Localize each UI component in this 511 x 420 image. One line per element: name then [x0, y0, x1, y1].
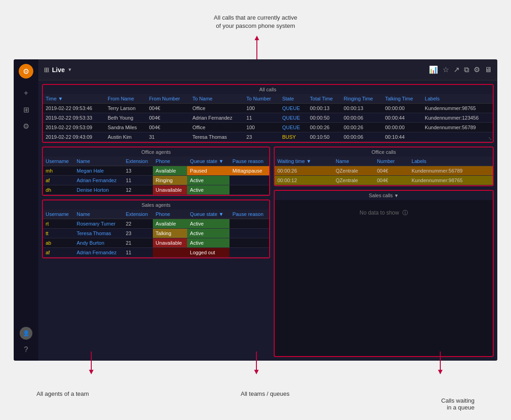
cell-username: tt: [43, 229, 74, 238]
bar-chart-icon[interactable]: 📊: [429, 65, 438, 74]
list-item: mh Megan Hale 13 Available Paused Mittag…: [43, 166, 269, 176]
list-item: rt Rosemary Turner 22 Available Active: [43, 219, 269, 229]
cell-state: QUEUE: [279, 123, 307, 132]
cell-labels: Kundennummer:98765: [422, 104, 493, 113]
col-from-number: From Number: [146, 94, 190, 104]
header-icons: 📊 ☆ ↗ ⧉ ⚙ 🖥: [429, 65, 492, 74]
resize-handle[interactable]: ⤡: [488, 136, 492, 141]
dashboard: All calls Time ▼ From Name From Number T…: [38, 80, 497, 361]
table-row: 2019-02-22 09:53:09 Sandra Miles 004€ Of…: [43, 123, 493, 132]
cell-name: Adrian Fernandez: [74, 176, 123, 185]
cell-ringing-time: 00:00:06: [341, 132, 382, 142]
bottom-left-col: Office agents Username Name Extension Ph…: [42, 147, 270, 357]
sidebar-help-icon[interactable]: ?: [20, 343, 32, 356]
arrow-agents: [89, 352, 94, 374]
office-agents-body: mh Megan Hale 13 Available Paused Mittag…: [43, 166, 269, 195]
cell-name: Andy Burton: [74, 238, 123, 248]
oc-col-name: Name: [333, 157, 374, 166]
cell-pause-reason: [229, 176, 269, 185]
col-talking-time: Talking Time: [382, 94, 422, 104]
cell-talking-time: 00:00:44: [382, 113, 422, 123]
user-avatar[interactable]: 👤: [20, 327, 32, 340]
all-calls-header-row: Time ▼ From Name From Number To Name To …: [43, 94, 493, 104]
sales-agents-header: Username Name Extension Phone Queue stat…: [43, 210, 269, 219]
cell-total-time: 00:00:26: [307, 123, 341, 132]
list-item: af Adrian Fernandez 11 Ringing Active: [43, 176, 269, 185]
cell-pause-reason: [229, 185, 269, 195]
cell-name: Megan Hale: [74, 166, 123, 176]
oa-col-phone: Phone: [153, 157, 187, 166]
office-calls-table: Waiting time ▼ Name Number Labels 00:00:…: [275, 157, 493, 185]
office-calls-header: Waiting time ▼ Name Number Labels: [275, 157, 493, 166]
header-title-group: ⊞ Live ▼: [44, 66, 72, 74]
cell-username: af: [43, 248, 74, 257]
star-icon[interactable]: ☆: [443, 65, 449, 74]
oc-col-labels: Labels: [409, 157, 493, 166]
cell-total-time: 00:10:50: [307, 132, 341, 142]
sidebar-add-icon[interactable]: +: [20, 87, 32, 100]
settings-icon[interactable]: ⚙: [474, 65, 480, 74]
cell-username: ab: [43, 238, 74, 248]
sales-agents-body: rt Rosemary Turner 22 Available Active t…: [43, 219, 269, 257]
cell-phone: Available: [153, 219, 187, 229]
cell-from-name: Beth Young: [105, 113, 146, 123]
cell-username: rt: [43, 219, 74, 229]
list-item: 00:00:12 QZentrale 004€ Kundennummer:987…: [275, 176, 493, 185]
cell-state: BUSY: [279, 132, 307, 142]
cell-extension: 21: [123, 238, 153, 248]
oa-col-pause-reason: Pause reason: [229, 157, 269, 166]
office-agents-panel: Office agents Username Name Extension Ph…: [42, 147, 270, 196]
sales-calls-panel: Sales calls ▼ No data to show ⓘ: [274, 190, 494, 357]
copy-icon[interactable]: ⧉: [464, 66, 469, 74]
monitor-icon[interactable]: 🖥: [485, 66, 492, 74]
annotation-agents: All agents of a team: [36, 390, 89, 411]
sales-calls-caret[interactable]: ▼: [394, 193, 399, 198]
cell-phone: [153, 248, 187, 257]
cell-ringing-time: 00:00:26: [341, 123, 382, 132]
sidebar-grid-icon[interactable]: ⊞: [20, 103, 32, 116]
cell-from-number: 004€: [146, 104, 190, 113]
cell-name: QZentrale: [333, 176, 374, 185]
cell-pause-reason: [229, 229, 269, 238]
cell-state: QUEUE: [279, 104, 307, 113]
sidebar: ⚙ + ⊞ ⚙ 👤 ?: [14, 59, 38, 361]
office-agents-header: Username Name Extension Phone Queue stat…: [43, 157, 269, 166]
sidebar-settings-icon[interactable]: ⚙: [20, 120, 32, 132]
office-calls-panel: Office calls Waiting time ▼ Name Number …: [274, 147, 494, 186]
cell-queue-state: Logged out: [187, 248, 229, 257]
cell-total-time: 00:00:13: [307, 104, 341, 113]
cell-to-number: 100: [244, 123, 279, 132]
cell-pause-reason: [229, 238, 269, 248]
header-dropdown-caret[interactable]: ▼: [68, 67, 72, 72]
cell-phone: Unavailable: [153, 185, 187, 195]
cell-time: 2019-02-22 09:53:33: [43, 113, 105, 123]
app-logo[interactable]: ⚙: [19, 64, 33, 79]
cell-from-number: 31: [146, 132, 190, 142]
list-item: ab Andy Burton 21 Unavailable Active: [43, 238, 269, 248]
main-content: ⊞ Live ▼ 📊 ☆ ↗ ⧉ ⚙ 🖥 All calls: [38, 59, 497, 361]
cell-extension: 12: [123, 185, 153, 195]
sales-agents-panel: Sales agents Username Name Extension Pho…: [42, 200, 270, 258]
cell-labels: [422, 132, 493, 142]
cell-username: dh: [43, 185, 74, 195]
table-row: 2019-02-22 09:53:33 Beth Young 004€ Adri…: [43, 113, 493, 123]
oa-col-username: Username: [43, 157, 74, 166]
col-labels: Labels: [422, 94, 493, 104]
annotation-queues-text: All teams / queues: [240, 390, 289, 397]
cell-time: 2019-02-22 09:53:46: [43, 104, 105, 113]
cell-from-name: Austin Kim: [105, 132, 146, 142]
no-data-help-icon[interactable]: ⓘ: [402, 210, 408, 216]
arrow-queues: [254, 352, 259, 374]
cell-ringing-time: 00:00:13: [341, 104, 382, 113]
cell-pause-reason: [229, 248, 269, 257]
cell-queue-state: Active: [187, 238, 229, 248]
cell-name: Teresa Thomas: [74, 229, 123, 238]
cell-total-time: 00:00:50: [307, 113, 341, 123]
sa-col-phone: Phone: [153, 210, 187, 219]
share-icon[interactable]: ↗: [454, 65, 459, 74]
cell-number: 004€: [374, 176, 409, 185]
cell-phone: Unavailable: [153, 238, 187, 248]
cell-time: 2019-02-22 09:53:09: [43, 123, 105, 132]
sa-col-pause-reason: Pause reason: [229, 210, 269, 219]
cell-labels: Kundennummer:56789: [409, 166, 493, 176]
